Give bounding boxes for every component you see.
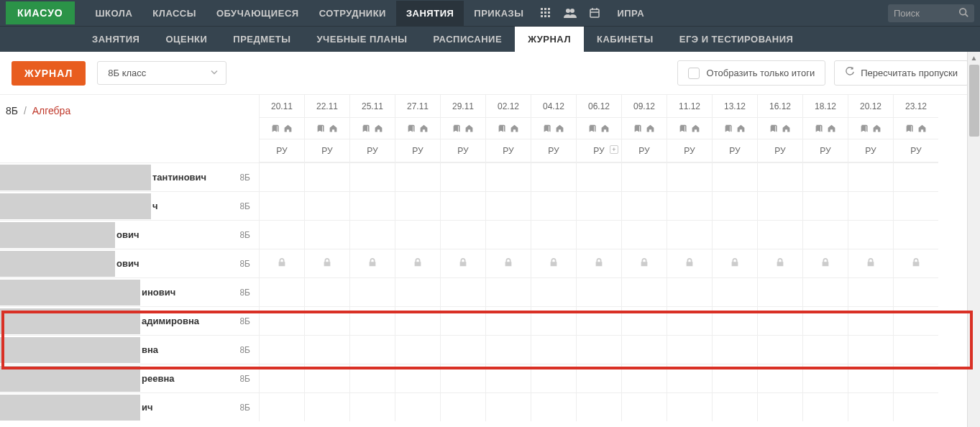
ru-header[interactable]: РУ — [531, 139, 576, 162]
grade-cell[interactable] — [304, 364, 349, 392]
date-header[interactable]: 13.12 — [713, 95, 757, 118]
grade-cell[interactable] — [757, 335, 802, 364]
grade-cell[interactable] — [531, 335, 576, 364]
ru-header[interactable]: РУ — [395, 139, 440, 162]
ru-header[interactable]: РУ — [486, 139, 531, 162]
grade-cell[interactable] — [893, 162, 938, 191]
student-row[interactable]: вна8Б — [0, 335, 259, 364]
student-row[interactable]: инович8Б — [0, 277, 259, 306]
grade-cell[interactable] — [304, 220, 349, 249]
grade-cell[interactable] — [259, 220, 304, 249]
grade-cell[interactable] — [485, 162, 531, 191]
grade-cell[interactable] — [395, 249, 440, 277]
search-input[interactable] — [894, 8, 958, 19]
grade-cell[interactable] — [621, 306, 667, 335]
grade-cell[interactable] — [848, 306, 893, 335]
grade-cell[interactable] — [621, 277, 667, 306]
grade-cell[interactable] — [712, 306, 757, 335]
grade-cell[interactable] — [304, 249, 349, 277]
lesson-type-icons[interactable] — [894, 118, 938, 139]
lesson-type-icons[interactable] — [531, 118, 576, 139]
grade-cell[interactable] — [621, 364, 667, 392]
grade-cell[interactable] — [712, 364, 757, 392]
lesson-type-icons[interactable] — [758, 118, 802, 139]
grade-cell[interactable] — [531, 249, 576, 277]
topnav-item-3[interactable]: СОТРУДНИКИ — [309, 1, 396, 26]
breadcrumb-class[interactable]: 8Б — [6, 105, 18, 116]
date-header[interactable]: 02.12 — [486, 95, 531, 118]
only-results-checkbox[interactable]: Отобразить только итоги — [677, 60, 826, 86]
grade-cell[interactable] — [757, 249, 802, 277]
grade-cell[interactable] — [712, 191, 757, 220]
grade-cell[interactable] — [757, 162, 802, 191]
lesson-type-icons[interactable] — [713, 118, 757, 139]
lesson-type-icons[interactable] — [622, 118, 667, 139]
grade-cell[interactable] — [349, 249, 395, 277]
ru-header[interactable]: РУ — [441, 139, 485, 162]
grade-cell[interactable] — [848, 277, 893, 306]
grade-cell[interactable] — [576, 162, 621, 191]
grade-cell[interactable] — [440, 306, 485, 335]
grade-cell[interactable] — [576, 191, 621, 220]
grade-cell[interactable] — [576, 306, 621, 335]
grade-cell[interactable] — [576, 249, 621, 277]
grade-cell[interactable] — [349, 220, 395, 249]
grade-cell[interactable] — [667, 306, 712, 335]
grade-cell[interactable] — [349, 392, 395, 421]
apps-icon[interactable] — [533, 0, 558, 26]
date-header[interactable]: 06.12 — [577, 95, 621, 118]
lesson-type-icons[interactable] — [395, 118, 440, 139]
subnav-item-3[interactable]: УЧЕБНЫЕ ПЛАНЫ — [303, 27, 420, 52]
grade-cell[interactable] — [893, 249, 938, 277]
lesson-type-icons[interactable] — [305, 118, 349, 139]
ru-header[interactable]: РУ — [803, 139, 848, 162]
grade-cell[interactable] — [531, 306, 576, 335]
grade-cell[interactable] — [531, 220, 576, 249]
grade-cell[interactable] — [667, 220, 712, 249]
grade-cell[interactable] — [531, 191, 576, 220]
grade-cell[interactable] — [757, 364, 802, 392]
grade-cell[interactable] — [440, 364, 485, 392]
grade-cell[interactable] — [395, 191, 440, 220]
lesson-type-icons[interactable] — [667, 118, 712, 139]
grade-cell[interactable] — [349, 162, 395, 191]
grade-cell[interactable] — [485, 392, 531, 421]
lesson-type-icons[interactable] — [803, 118, 848, 139]
grade-cell[interactable] — [712, 335, 757, 364]
grade-cell[interactable] — [893, 191, 938, 220]
grade-cell[interactable] — [848, 191, 893, 220]
grade-cell[interactable] — [304, 392, 349, 421]
date-header[interactable]: 11.12 — [667, 95, 712, 118]
topnav-item-5[interactable]: ПРИКАЗЫ — [464, 1, 533, 26]
grade-cell[interactable] — [576, 277, 621, 306]
date-header[interactable]: 23.12 — [894, 95, 938, 118]
grade-cell[interactable] — [304, 277, 349, 306]
grade-cell[interactable] — [621, 392, 667, 421]
student-row[interactable]: ович8Б — [0, 249, 259, 277]
grade-cell[interactable] — [259, 162, 304, 191]
grade-cell[interactable] — [440, 249, 485, 277]
grade-cell[interactable] — [349, 364, 395, 392]
breadcrumb-subject[interactable]: Алгебра — [32, 105, 71, 116]
grade-cell[interactable] — [667, 191, 712, 220]
grade-cell[interactable] — [395, 364, 440, 392]
grade-cell[interactable] — [440, 335, 485, 364]
ru-header[interactable]: РУ — [758, 139, 802, 162]
grade-cell[interactable] — [667, 392, 712, 421]
grade-cell[interactable] — [621, 335, 667, 364]
grade-cell[interactable] — [757, 220, 802, 249]
grade-cell[interactable] — [757, 191, 802, 220]
date-header[interactable]: 20.11 — [260, 95, 304, 118]
journal-button[interactable]: ЖУРНАЛ — [12, 61, 86, 86]
ru-header[interactable]: РУ — [350, 139, 395, 162]
grade-cell[interactable] — [259, 392, 304, 421]
grade-cell[interactable] — [893, 392, 938, 421]
topnav-item-2[interactable]: ОБУЧАЮЩИЕСЯ — [206, 1, 309, 26]
subnav-item-2[interactable]: ПРЕДМЕТЫ — [220, 27, 303, 52]
grade-cell[interactable] — [802, 335, 848, 364]
ru-header[interactable]: РУ — [305, 139, 349, 162]
class-select-dropdown[interactable]: 8Б класс — [97, 61, 226, 85]
grade-cell[interactable] — [395, 306, 440, 335]
subnav-item-1[interactable]: ОЦЕНКИ — [152, 27, 220, 52]
grade-cell[interactable] — [440, 191, 485, 220]
